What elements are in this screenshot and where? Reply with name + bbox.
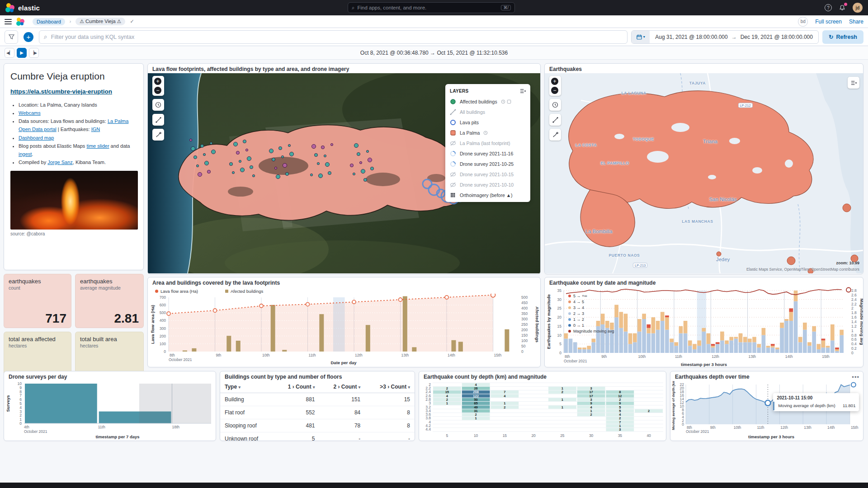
measure-tool-button[interactable]	[152, 114, 164, 126]
legend-item[interactable]: Afected buildings	[225, 289, 263, 294]
time-slider-range[interactable]: Oct 8, 2021 @ 00:36:48.780 → Oct 15, 202…	[0, 50, 868, 56]
layer-item[interactable]: Lava pits	[445, 117, 530, 127]
info-inline-link[interactable]: Jorge Sanz	[47, 160, 73, 165]
zoom-out-button[interactable]: −	[154, 87, 161, 94]
quake-bar-segment	[716, 344, 720, 353]
layer-item[interactable]: Drone survey 2021-10-15	[445, 169, 530, 179]
quake-bar-segment	[835, 347, 839, 349]
zoom-level-label: zoom: 10.99	[836, 261, 859, 265]
layer-item[interactable]: All buildings	[445, 107, 530, 117]
kql-filter-input[interactable]: ⌕ Filter your data using KQL syntax	[39, 30, 627, 44]
table-column-header[interactable]: 1 › Count ▾	[274, 381, 320, 393]
date-range-picker[interactable]: ▾ Aug 31, 2021 @ 18:00:00.000 → Dec 19, …	[631, 30, 819, 44]
legend-item[interactable]: Magnitude moving avg	[568, 329, 614, 333]
tools-button[interactable]	[549, 129, 561, 141]
add-filter-button[interactable]: +	[22, 30, 35, 44]
timeslider-toggle-button[interactable]	[152, 99, 164, 111]
table-cell-value: 84	[320, 406, 365, 419]
svg-text:0: 0	[559, 351, 561, 355]
legend-toggle-button[interactable]	[848, 77, 859, 89]
info-inline-link[interactable]: Webcams	[19, 110, 41, 116]
info-inline-link[interactable]: IGN	[91, 127, 100, 132]
svg-text:500: 500	[160, 310, 166, 315]
info-inline-link[interactable]: time slider	[86, 143, 109, 149]
date-from[interactable]: Aug 31, 2021 @ 18:00:00.000	[655, 34, 727, 40]
quake-bar-segment	[707, 344, 711, 353]
layer-item[interactable]: Drone survey 2021-11-16	[445, 148, 530, 159]
legend-item[interactable]: 4 → 5	[568, 300, 614, 304]
metric-tile[interactable]: earthquakescount717	[4, 274, 71, 328]
svg-text:Moving average of depth (km): Moving average of depth (km)	[671, 381, 675, 430]
table-row[interactable]: Building88115115	[220, 393, 415, 406]
global-search-input[interactable]: ⌕ Find apps, content, and more. ⌘/	[348, 2, 515, 13]
svg-text:11th: 11th	[757, 425, 764, 430]
svg-text:Surveys: Surveys	[5, 395, 10, 412]
layer-item[interactable]: Affected buildings	[445, 96, 530, 107]
date-to[interactable]: Dec 19, 2021 @ 18:00:00.000	[741, 34, 813, 40]
zoom-in-button[interactable]: +	[154, 78, 161, 85]
legend-item[interactable]: 1 → 2	[568, 317, 614, 322]
road-map[interactable]: TAJUYALA LAGUNATODOQUELA COSTAEL PAMPILL…	[545, 73, 863, 273]
layer-item[interactable]: Drone survey 2021-10-25	[445, 159, 530, 169]
legend-item[interactable]: Lava flow area (Ha)	[155, 289, 198, 294]
menu-hamburger-icon[interactable]	[5, 19, 12, 24]
satellite-map[interactable]: + − LAYERS Affected buildingsAll	[148, 73, 540, 273]
table-column-header[interactable]: 2 › Count ▾	[320, 381, 365, 393]
svg-text:2.2: 2.2	[851, 302, 857, 306]
measure-tool-button[interactable]	[549, 114, 561, 126]
panel-options-button[interactable]: •••	[852, 374, 859, 380]
legend-item[interactable]: 3 → 4	[568, 305, 614, 310]
labs-badge[interactable]: bd	[798, 17, 808, 27]
help-icon[interactable]: ?	[825, 4, 832, 11]
svg-text:3: 3	[619, 427, 621, 432]
user-avatar[interactable]: jd	[853, 3, 863, 13]
info-inline-link[interactable]: ingest	[19, 151, 32, 157]
legend-item[interactable]: 5 → +∞	[568, 294, 614, 298]
calendar-icon[interactable]: ▾	[632, 31, 650, 43]
kibana-logo-icon[interactable]	[16, 18, 24, 26]
breadcrumb-dashboard[interactable]: Dashboard	[33, 18, 65, 25]
legend-item[interactable]: 2 → 3	[568, 311, 614, 316]
info-link[interactable]: https://ela.st/cumbre-vieja-eruption	[10, 88, 112, 95]
share-button[interactable]: Share	[849, 19, 863, 25]
refresh-icon: ↻	[829, 33, 833, 40]
table-row[interactable]: Flat roof552848	[220, 406, 415, 419]
metric-tile[interactable]: earthquakesaverage magnitude2.81	[75, 274, 144, 328]
table-column-header[interactable]: Type ▾	[220, 381, 274, 393]
layer-item[interactable]: Orthoimagery (before ▲)	[445, 190, 530, 200]
layer-item[interactable]: Drone survey 2021-10-10	[445, 179, 530, 190]
elastic-logo-icon[interactable]	[5, 3, 14, 12]
notifications-bell-icon[interactable]	[838, 4, 846, 12]
drone-surveys-chart[interactable]: 0123456789104th11th18thOctober 2021Surve…	[4, 381, 216, 440]
table-column-header[interactable]: >3 › Count ▾	[365, 381, 415, 393]
quake-bar-segment	[693, 344, 697, 349]
zoom-out-button[interactable]: −	[551, 87, 558, 94]
zoom-in-button[interactable]: +	[551, 78, 558, 85]
breadcrumb-current[interactable]: ⚠ Cumbre Vieja ⚠	[75, 18, 125, 25]
layer-item[interactable]: La Palma	[445, 127, 530, 138]
timeslider-toggle-button[interactable]	[549, 99, 561, 111]
metric-sublabel: count	[9, 285, 66, 291]
layer-item[interactable]: La Palma (last footprint)	[445, 138, 530, 148]
quake-bar-segment	[725, 344, 729, 353]
refresh-button[interactable]: ↻ Refresh	[822, 30, 863, 44]
dashboard-canvas: Cumbre Vieja eruption https://ela.st/cum…	[0, 60, 868, 483]
svg-text:2.4: 2.4	[851, 297, 857, 302]
lava-area-chart[interactable]: 0100200300400500600700050100150200250300…	[148, 294, 540, 365]
tools-button[interactable]	[152, 129, 164, 141]
layers-list-icon[interactable]	[520, 89, 526, 94]
legend-item[interactable]: 0 → 1	[568, 323, 614, 328]
table-row[interactable]: Unknown roof5--	[220, 432, 415, 441]
quake-bar-segment	[587, 349, 591, 353]
svg-text:7: 7	[19, 393, 22, 398]
quake-bar-segment	[688, 346, 692, 353]
sort-chevron-icon: ▾	[359, 385, 361, 389]
quake-bar-segment	[633, 333, 637, 343]
map-attribution[interactable]: Elastic Maps Service, OpenMapTiles, Open…	[746, 267, 859, 272]
info-inline-link[interactable]: Dashboard map	[19, 135, 54, 141]
full-screen-button[interactable]: Full screen	[815, 19, 842, 25]
table-row[interactable]: Slooping roof481788	[220, 419, 415, 432]
affected-buildings-bar	[505, 329, 509, 352]
depth-magnitude-heatmap[interactable]: 4226131520872178412241712250132165199492…	[419, 381, 666, 440]
saved-query-menu-button[interactable]	[5, 30, 18, 44]
